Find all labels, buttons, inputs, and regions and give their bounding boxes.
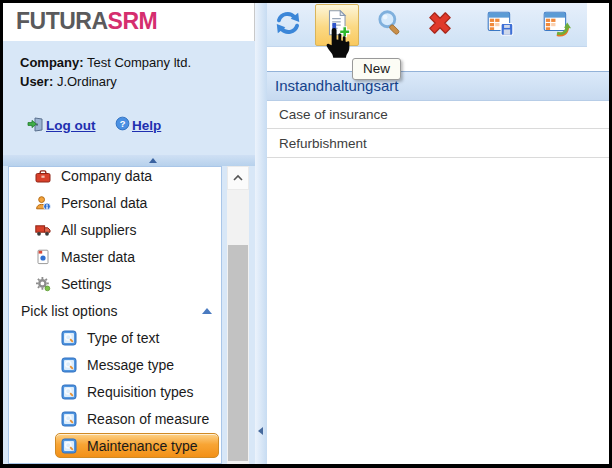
company-value: Test Company ltd. <box>87 55 191 70</box>
company-line: Company: Test Company ltd. <box>20 55 191 70</box>
picklist-icon <box>61 384 77 400</box>
logo-band: FUTURASRM <box>3 3 255 41</box>
sidebar-item-master-data[interactable]: Master data <box>9 243 221 270</box>
help-label: Help <box>132 118 161 133</box>
user-value: J.Ordinary <box>57 74 117 89</box>
collapse-arrow-icon[interactable] <box>202 308 212 314</box>
help-icon: ? <box>115 116 130 134</box>
delete-x-icon <box>425 8 455 42</box>
gear-icon <box>35 276 51 292</box>
scrollbar-up-button[interactable] <box>227 166 249 190</box>
sidebar-item-requisition-types[interactable]: Requisition types <box>9 378 221 405</box>
list-item-case-of-insurance[interactable]: Case of insurance <box>267 101 609 129</box>
help-link[interactable]: ? Help <box>115 116 161 134</box>
sidebar-item-company-data[interactable]: Company data <box>9 166 221 189</box>
brand-name: FUTURA <box>16 8 108 34</box>
tooltip-text: New <box>363 61 390 76</box>
menu-scroll-up-strip[interactable] <box>3 155 255 166</box>
svg-text:?: ? <box>120 119 126 129</box>
sidebar-item-reason-of-measure[interactable]: Reason of measure <box>9 405 221 432</box>
company-label: Company: <box>20 55 84 70</box>
brand-suffix: SRM <box>108 8 158 34</box>
tooltip-new: New <box>352 58 401 80</box>
refresh-button[interactable] <box>267 4 309 46</box>
table-refresh-icon <box>541 8 571 42</box>
sidebar-item-label: Master data <box>61 249 135 265</box>
scroll-up-icon <box>149 158 157 163</box>
list-item-label: Refurbishment <box>279 136 367 151</box>
user-info-panel: Company: Test Company ltd. User: J.Ordin… <box>3 41 255 157</box>
navigation-menu: Company data Personal data <box>8 166 222 464</box>
sidebar-item-label: Reason of measure <box>87 411 209 427</box>
picklist-icon <box>61 411 77 427</box>
sidebar-item-type-of-text[interactable]: Type of text <box>9 324 221 351</box>
refresh-icon <box>273 8 303 42</box>
user-line: User: J.Ordinary <box>20 74 117 89</box>
content-header: Instandhaltungsart <box>267 71 609 101</box>
sidebar-item-settings[interactable]: Settings <box>9 270 221 297</box>
sidebar-item-label: Type of text <box>87 330 159 346</box>
sidebar-item-clipped <box>9 459 221 464</box>
sidebar-item-personal-data[interactable]: Personal data <box>9 189 221 216</box>
table-save-icon <box>485 8 515 42</box>
toolbox-icon <box>35 168 51 184</box>
collapse-left-icon[interactable] <box>258 427 263 435</box>
list-item-label: Case of insurance <box>279 107 388 122</box>
scrollbar-thumb[interactable] <box>228 245 248 461</box>
panel-splitter[interactable] <box>255 3 267 464</box>
sidebar-item-label: Message type <box>87 357 174 373</box>
chevron-up-icon <box>231 173 245 183</box>
logout-label: Log out <box>46 118 95 133</box>
delete-button[interactable] <box>419 4 461 46</box>
links-row: Log out ? Help <box>3 115 255 135</box>
search-icon <box>375 8 405 42</box>
sidebar-scrollbar[interactable] <box>227 166 249 464</box>
sidebar-item-label: Personal data <box>61 195 147 211</box>
export-table-save-button[interactable] <box>479 4 521 46</box>
sidebar-item-label: Maintenance type <box>87 438 198 454</box>
content-pane: Instandhaltungsart Case of insurance Ref… <box>267 3 609 464</box>
sidebar-item-message-type[interactable]: Message type <box>9 351 221 378</box>
search-button[interactable] <box>369 4 411 46</box>
picklist-icon <box>61 330 77 346</box>
person-icon <box>35 195 51 211</box>
list-item-refurbishment[interactable]: Refurbishment <box>267 129 609 158</box>
sidebar-item-label: Settings <box>61 276 112 292</box>
new-document-icon <box>322 8 352 42</box>
picklist-icon <box>61 438 77 454</box>
sidebar-group-pick-list-options[interactable]: Pick list options <box>9 297 221 324</box>
logout-link[interactable]: Log out <box>27 116 95 135</box>
sidebar-item-all-suppliers[interactable]: All suppliers <box>9 216 221 243</box>
truck-icon <box>35 222 51 238</box>
toolbar <box>267 3 587 47</box>
sidebar-item-label: All suppliers <box>61 222 136 238</box>
picklist-icon <box>61 357 77 373</box>
left-pane: FUTURASRM Company: Test Company ltd. Use… <box>3 3 255 464</box>
app-logo: FUTURASRM <box>16 8 157 35</box>
export-table-refresh-button[interactable] <box>535 4 577 46</box>
logout-door-icon <box>27 116 44 135</box>
sidebar-item-label: Company data <box>61 168 152 184</box>
sidebar-item-maintenance-type-selected[interactable]: Maintenance type <box>9 432 221 459</box>
app-window: FUTURASRM Company: Test Company ltd. Use… <box>0 0 612 468</box>
sidebar-item-label: Requisition types <box>87 384 194 400</box>
sidebar-group-label: Pick list options <box>21 303 117 319</box>
user-label: User: <box>20 74 53 89</box>
document-icon <box>35 249 51 265</box>
new-button[interactable] <box>315 4 359 46</box>
